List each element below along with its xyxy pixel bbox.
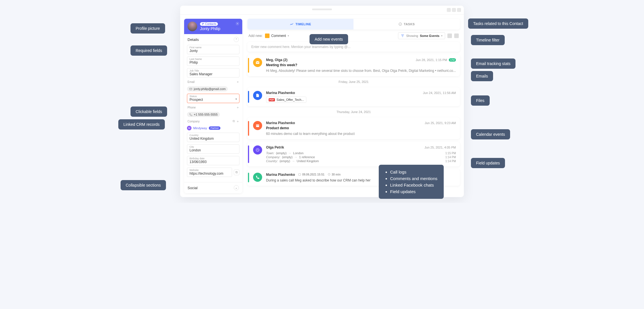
timeline-email-card[interactable]: Meg, Olga (2) Jun 28, 2021, 1:15 PM17d M… [247, 55, 460, 76]
svg-point-2 [237, 23, 238, 24]
call-date: 09.06.2021 15:51 [298, 173, 324, 176]
svg-rect-9 [256, 124, 259, 127]
timeline-update-card[interactable]: Olga Petrik Jun 25, 2021, 4:05 PM Town:(… [247, 142, 460, 166]
comment-icon [265, 34, 270, 38]
window-controls[interactable] [447, 8, 461, 12]
contacts-badge[interactable]: Contacts [200, 22, 218, 26]
callout-updates: Field updates [471, 158, 505, 168]
country-field[interactable]: Country United Kingdom [187, 133, 239, 142]
chevron-down-icon: ⌃ [234, 185, 239, 190]
addnew-label: Add new: [249, 34, 263, 38]
email-label: Email + [187, 80, 239, 84]
first-name-field[interactable]: First name Jonty [187, 45, 239, 54]
callout-list-item: Field updates [390, 188, 437, 195]
callout-tracking: Email tracking stats [471, 59, 515, 69]
tabs: TIMELINE TASKS [247, 19, 460, 30]
callout-filter: Timeline filter [471, 35, 505, 45]
svg-point-1 [203, 23, 204, 24]
date-divider: Thursday, June 24, 2021 [247, 109, 460, 115]
gear-icon[interactable] [235, 22, 239, 26]
callout-list-item: Linked Facebook chats [390, 182, 437, 188]
add-email-icon[interactable]: + [237, 80, 239, 84]
field-changes: Town:(empty)→London1:15 PM Company:(empt… [266, 151, 456, 163]
company-avatar: M [187, 126, 191, 130]
callout-list-item: Call logs [390, 169, 437, 175]
email-chip[interactable]: jonty.philip@gmail.com [187, 86, 228, 91]
callout-collapsible: Collapsible sections [121, 180, 166, 190]
add-company-icon[interactable]: + [237, 119, 239, 124]
window-handle [312, 9, 332, 10]
open-link-icon[interactable]: ⧉ [234, 170, 239, 175]
section-social[interactable]: Social ⌃ [184, 182, 242, 193]
contact-name: Jonty Philip [200, 26, 220, 31]
addnew-comment[interactable]: Comment ▾ [265, 34, 289, 38]
phone-chip[interactable]: +1 555-555-5555 [187, 112, 220, 117]
filter-icon [401, 34, 405, 38]
toolbar: Add new: Comment ▾ Showing [247, 32, 460, 39]
phone-label: Phone + [187, 105, 239, 110]
birthday-field[interactable]: Birthday date 13/06/1993 [187, 156, 239, 165]
call-duration: 30 min [328, 173, 341, 176]
file-attachment[interactable]: PDF Sales_Offer_Tech... [266, 97, 306, 103]
callout-linked-crm: Linked CRM records [118, 119, 165, 130]
callout-list: Call logs Comments and mentions Linked F… [379, 165, 444, 199]
callout-clickable-fields: Clickable fields [131, 107, 167, 117]
timeline-filter[interactable]: Showing Some Events ▾ [398, 32, 445, 39]
date-divider: Friday, June 25, 2021 [247, 79, 460, 85]
timeline-event-card[interactable]: Marina Plashenko Jun 25, 2021, 9:23 AM P… [247, 118, 460, 139]
chevron-down-icon: ▾ [235, 97, 237, 100]
calendar-icon [253, 121, 262, 130]
callout-files: Files [471, 95, 490, 106]
callout-required-fields: Required fields [131, 45, 167, 56]
tab-tasks[interactable]: TASKS [353, 19, 460, 30]
file-icon [253, 91, 262, 100]
company-chip[interactable]: M Mindyway Partner [187, 126, 239, 130]
job-title-field[interactable]: Job Title Sales Manager [187, 68, 239, 78]
callout-emails: Emails [471, 71, 493, 81]
svg-rect-12 [298, 174, 301, 176]
tracking-badge: 17d [449, 58, 456, 62]
avatar[interactable] [188, 22, 197, 31]
callout-list-item: Comments and mentions [390, 175, 437, 182]
section-details[interactable]: Details ⌃ [184, 34, 242, 45]
titlebar [180, 6, 464, 15]
add-phone-icon[interactable]: + [237, 105, 239, 110]
chevron-up-icon: ⌃ [234, 37, 239, 42]
city-field[interactable]: City London [187, 144, 239, 154]
status-field[interactable]: Status Prospect ▾ [187, 94, 239, 103]
contact-sidebar: Contacts Jonty Philip Details ⌃ First na… [184, 19, 242, 193]
website-field[interactable]: Website https://technology.com [187, 168, 232, 177]
callout-tasks: Tasks related to this Contact [468, 18, 528, 29]
timeline-file-card[interactable]: Marina Plashenko Jun 24, 2021, 11:56 AM … [247, 87, 460, 106]
pdf-icon: PDF [269, 98, 275, 101]
mail-icon [253, 58, 262, 67]
svg-point-0 [202, 23, 203, 24]
callout-profile-picture: Profile picture [131, 23, 165, 34]
timeline: Meg, Olga (2) Jun 28, 2021, 1:15 PM17d M… [247, 55, 460, 177]
comment-input[interactable]: Enter new comment here. Mention your tea… [247, 42, 460, 52]
toolbar-action-1[interactable] [447, 34, 452, 38]
callout-add-new: Add new events [310, 34, 348, 44]
svg-point-4 [399, 23, 402, 26]
tab-timeline[interactable]: TIMELINE [247, 19, 354, 30]
phone-icon [253, 173, 262, 182]
toolbar-action-2[interactable] [454, 34, 459, 38]
callout-calendar: Calendar events [471, 129, 510, 139]
contact-header: Contacts Jonty Philip [184, 19, 242, 34]
company-label: Company ⧉ + [187, 119, 239, 124]
last-name-field[interactable]: Last Name Philip [187, 57, 239, 66]
history-icon [253, 145, 262, 154]
open-company-icon[interactable]: ⧉ [233, 119, 235, 124]
